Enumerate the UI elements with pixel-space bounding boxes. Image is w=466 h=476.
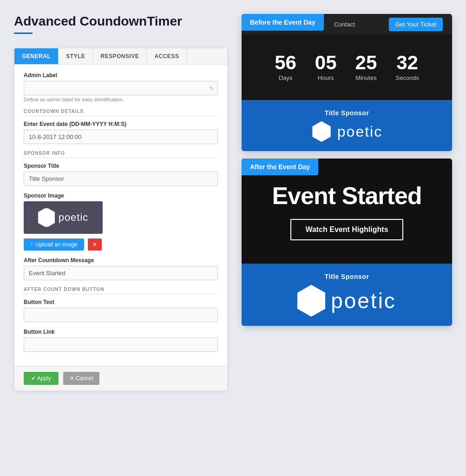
tabs-bar: GENERAL STYLE RESPONSIVE ACCESS xyxy=(14,48,227,65)
after-sponsor-logo-row: poetic xyxy=(251,285,443,317)
button-text-group: Button Text xyxy=(24,299,218,322)
tab-responsive[interactable]: RESPONSIVE xyxy=(93,48,147,64)
button-link-label: Button Link xyxy=(24,329,218,335)
tab-access[interactable]: ACCESS xyxy=(147,48,187,64)
before-sponsor-name: poetic xyxy=(337,123,382,140)
upload-btn-label: Upload an image xyxy=(35,241,78,248)
before-sponsor-hex-icon xyxy=(311,121,332,142)
sponsor-hex-preview-icon xyxy=(38,208,55,227)
before-event-card: Before the Event Day Pricing Gallery Blo… xyxy=(242,14,452,151)
page-title: Advanced CoundownTimer xyxy=(14,14,228,29)
countdown-days: 56 Days xyxy=(275,53,296,81)
after-sponsor-name: poetic xyxy=(331,288,396,313)
event-started-text: Event Started xyxy=(251,182,443,210)
admin-footer: ✔ Apply ✕ Cancel xyxy=(14,366,227,390)
before-event-tag: Before the Event Day xyxy=(242,14,324,31)
sponsor-section-label: SPONSOR INFO xyxy=(24,151,218,158)
admin-label-hint: Define an admin label for easy identific… xyxy=(24,97,218,102)
button-text-label: Button Text xyxy=(24,299,218,305)
get-ticket-button[interactable]: Get Your Ticket xyxy=(389,18,443,31)
sponsor-title-input[interactable] xyxy=(24,172,218,186)
sponsor-image-group: Sponsor Image poetic ↑ Upload an image xyxy=(24,192,218,251)
countdown-section-label: COUNTDOWN DETAILS xyxy=(24,109,218,116)
countdown-items: 56 Days 05 Hours 25 Minutes 32 Seconds xyxy=(275,53,419,81)
hours-unit: Hours xyxy=(315,74,337,81)
button-link-input[interactable] xyxy=(24,337,218,352)
watch-highlights-button[interactable]: Watch Event Highlights xyxy=(290,219,403,240)
sponsor-image-preview: poetic xyxy=(24,201,103,234)
after-sponsor-bar: Title Sponsor poetic xyxy=(242,264,452,326)
admin-label-group: Admin Label ✎ Define an admin label for … xyxy=(24,72,218,102)
after-countdown-group: After Countdown Message xyxy=(24,257,218,280)
seconds-unit: Seconds xyxy=(395,74,419,81)
countdown-seconds: 32 Seconds xyxy=(395,53,419,81)
event-date-label: Enter Event date (DD-MM-YYYY H:M:S) xyxy=(24,121,218,127)
tab-general[interactable]: GENERAL xyxy=(14,48,59,64)
tab-style[interactable]: STYLE xyxy=(59,48,93,64)
before-sponsor-title: Title Sponsor xyxy=(251,109,443,117)
after-button-section-label: AFTER COUNT DOWN BUTTON xyxy=(24,287,218,294)
countdown-hours: 05 Hours xyxy=(315,53,337,81)
title-underline xyxy=(14,33,33,34)
countdown-section: 56 Days 05 Hours 25 Minutes 32 Seconds xyxy=(242,34,452,100)
after-event-card: After the Event Day Event Started Watch … xyxy=(242,159,452,326)
sponsor-title-group: Sponsor Title xyxy=(24,163,218,186)
hours-value: 05 xyxy=(315,53,337,73)
edit-icon: ✎ xyxy=(209,85,214,92)
days-value: 56 xyxy=(275,53,296,73)
days-unit: Days xyxy=(275,74,296,81)
sponsor-image-label: Sponsor Image xyxy=(24,192,218,199)
nav-contact[interactable]: Contact xyxy=(334,21,355,28)
after-sponsor-title: Title Sponsor xyxy=(251,273,443,280)
sponsor-logo-text-preview: poetic xyxy=(59,212,89,224)
sponsor-title-label: Sponsor Title xyxy=(24,163,218,169)
event-started-content: Event Started Watch Event Highlights xyxy=(251,182,443,240)
cancel-button[interactable]: ✕ Cancel xyxy=(63,372,100,385)
left-panel: Advanced CoundownTimer GENERAL STYLE RES… xyxy=(14,14,228,391)
admin-body: Admin Label ✎ Define an admin label for … xyxy=(14,65,227,366)
admin-card: GENERAL STYLE RESPONSIVE ACCESS Admin La… xyxy=(14,48,228,391)
after-event-tag: After the Event Day xyxy=(242,159,318,175)
seconds-value: 32 xyxy=(395,53,419,73)
minutes-unit: Minutes xyxy=(355,74,377,81)
upload-icon: ↑ xyxy=(30,241,33,248)
countdown-minutes: 25 Minutes xyxy=(355,53,377,81)
admin-label-input-wrapper: ✎ xyxy=(24,81,218,95)
before-sponsor-logo-row: poetic xyxy=(251,121,443,142)
before-sponsor-bar: Title Sponsor poetic xyxy=(242,100,452,151)
after-countdown-label: After Countdown Message xyxy=(24,257,218,264)
image-actions: ↑ Upload an image ✕ xyxy=(24,238,218,251)
right-panel: Before the Event Day Pricing Gallery Blo… xyxy=(242,14,452,326)
event-date-input[interactable] xyxy=(24,130,218,144)
upload-image-button[interactable]: ↑ Upload an image xyxy=(24,238,84,251)
admin-label-label: Admin Label xyxy=(24,72,218,79)
after-sponsor-hex-icon xyxy=(297,285,325,317)
button-text-input[interactable] xyxy=(24,308,218,322)
button-link-group: Button Link xyxy=(24,329,218,352)
minutes-value: 25 xyxy=(355,53,377,73)
remove-image-button[interactable]: ✕ xyxy=(88,238,102,251)
event-date-group: Enter Event date (DD-MM-YYYY H:M:S) xyxy=(24,121,218,144)
admin-label-input[interactable] xyxy=(24,81,218,95)
after-countdown-input[interactable] xyxy=(24,266,218,280)
apply-button[interactable]: ✔ Apply xyxy=(24,372,59,385)
